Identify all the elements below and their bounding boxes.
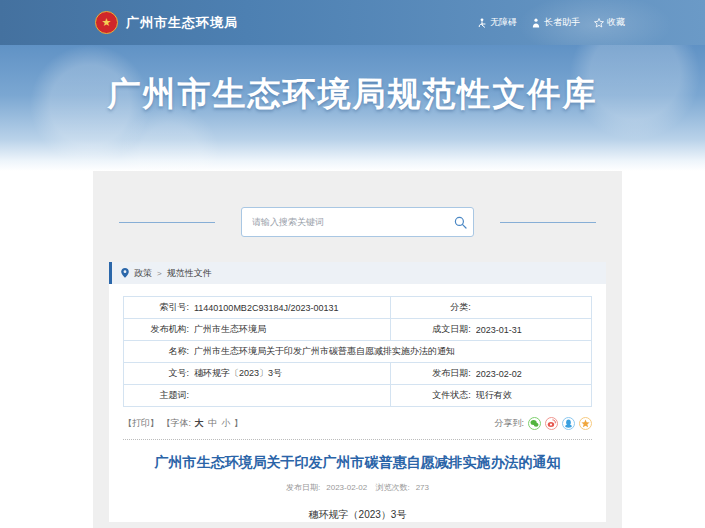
qq-share-icon[interactable] — [562, 417, 575, 430]
breadcrumb-item-regulatory-files[interactable]: 规范性文件 — [167, 267, 212, 280]
content-container: 政策 > 规范性文件 索引号: 11440100MB2C93184J/2023-… — [93, 171, 622, 528]
search-section — [93, 171, 622, 237]
file-status-value: 现行有效 — [476, 389, 591, 402]
search-box — [241, 207, 474, 237]
breadcrumb-item-policy[interactable]: 政策 — [134, 267, 152, 280]
elder-helper-icon — [531, 18, 541, 28]
page-toolbar: 【打印】 【字体: 大 中 小 】 分享到: — [123, 417, 592, 430]
document-card: 政策 > 规范性文件 索引号: 11440100MB2C93184J/2023-… — [109, 262, 606, 522]
page-banner: 广州市生态环境局规范性文件库 — [0, 45, 705, 171]
table-row: 名称: 广州市生态环境局关于印发广州市碳普惠自愿减排实施办法的通知 — [124, 341, 592, 363]
elder-helper-label: 长者助手 — [544, 16, 580, 29]
font-size-medium-button[interactable]: 中 — [208, 418, 217, 428]
decorative-line-right — [500, 222, 596, 223]
share-bar: 分享到: — [494, 417, 592, 430]
favorite-link[interactable]: 收藏 — [594, 16, 625, 29]
metadata-table: 索引号: 11440100MB2C93184J/2023-00131 分类: 发… — [123, 296, 592, 407]
font-size-prefix: 【字体: — [162, 418, 192, 428]
document-meta-line: 发布日期:2023-02-02 浏览次数:273 — [109, 482, 606, 493]
top-header-bar: ★ 广州市生态环境局 无障碍 长者助手 收藏 — [0, 0, 705, 45]
weibo-share-icon[interactable] — [545, 417, 558, 430]
share-label: 分享到: — [494, 417, 524, 430]
print-font-controls: 【打印】 【字体: 大 中 小 】 — [123, 417, 243, 430]
subject-words-label: 主题词: — [124, 389, 194, 402]
font-size-small-button[interactable]: 小 — [222, 418, 231, 428]
doc-publish-date-value: 2023-02-02 — [326, 483, 367, 492]
publish-date-value: 2023-02-02 — [476, 369, 591, 379]
document-number: 穗环规字（2023）3号 — [109, 508, 606, 522]
doc-symbol-value: 穗环规字〔2023〕3号 — [194, 367, 390, 380]
table-row: 主题词: 文件状态: 现行有效 — [124, 385, 592, 407]
written-date-label: 成文日期: — [391, 323, 476, 336]
index-number-value: 11440100MB2C93184J/2023-00131 — [194, 303, 390, 313]
breadcrumb: 政策 > 规范性文件 — [109, 262, 606, 284]
national-emblem-icon: ★ — [95, 11, 118, 34]
wechat-share-icon[interactable] — [528, 417, 541, 430]
breadcrumb-separator: > — [157, 269, 162, 278]
table-row: 发布机构: 广州市生态环境局 成文日期: 2023-01-31 — [124, 319, 592, 341]
location-pin-icon — [121, 268, 129, 278]
doc-publish-date-label: 发布日期: — [286, 483, 320, 492]
search-input[interactable] — [242, 217, 447, 227]
accessibility-label: 无障碍 — [490, 16, 517, 29]
font-size-suffix: 】 — [234, 418, 243, 428]
table-row: 文号: 穗环规字〔2023〕3号 发布日期: 2023-02-02 — [124, 363, 592, 385]
table-row: 索引号: 11440100MB2C93184J/2023-00131 分类: — [124, 297, 592, 319]
issuing-agency-label: 发布机构: — [124, 323, 194, 336]
decorative-line-left — [119, 222, 215, 223]
search-button[interactable] — [447, 208, 473, 236]
site-name: 广州市生态环境局 — [126, 14, 238, 32]
document-title: 广州市生态环境局关于印发广州市碳普惠自愿减排实施办法的通知 — [137, 453, 578, 471]
header-links: 无障碍 长者助手 收藏 — [477, 16, 625, 29]
font-size-large-button[interactable]: 大 — [195, 418, 204, 428]
favorite-label: 收藏 — [607, 16, 625, 29]
accessibility-icon — [477, 18, 487, 28]
name-label: 名称: — [124, 345, 194, 358]
site-brand[interactable]: ★ 广州市生态环境局 — [95, 11, 238, 34]
search-icon — [454, 216, 467, 229]
issuing-agency-value: 广州市生态环境局 — [194, 323, 390, 336]
index-number-label: 索引号: — [124, 301, 194, 314]
doc-symbol-label: 文号: — [124, 367, 194, 380]
doc-views-value: 273 — [416, 483, 429, 492]
star-icon — [594, 18, 604, 28]
dotted-separator — [123, 439, 592, 440]
file-status-label: 文件状态: — [391, 389, 476, 402]
written-date-value: 2023-01-31 — [476, 325, 591, 335]
publish-date-label: 发布日期: — [391, 367, 476, 380]
banner-title: 广州市生态环境局规范性文件库 — [0, 45, 705, 117]
name-value: 广州市生态环境局关于印发广州市碳普惠自愿减排实施办法的通知 — [194, 345, 591, 358]
qzone-share-icon[interactable] — [579, 417, 592, 430]
doc-views-label: 浏览次数: — [375, 483, 409, 492]
print-button[interactable]: 【打印】 — [123, 418, 159, 428]
accessibility-link[interactable]: 无障碍 — [477, 16, 517, 29]
elder-helper-link[interactable]: 长者助手 — [531, 16, 580, 29]
category-label: 分类: — [391, 301, 476, 314]
